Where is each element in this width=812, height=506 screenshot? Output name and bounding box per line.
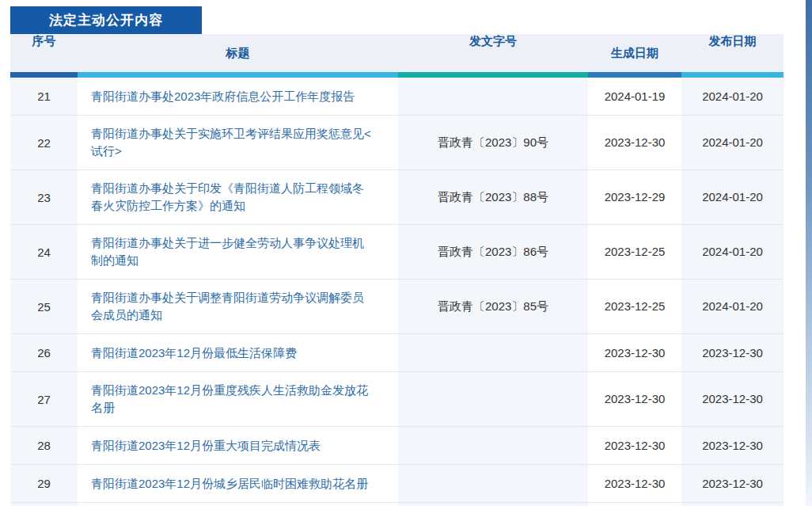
- created-date: 2023-12-30: [605, 475, 666, 493]
- created-date: 2023-12-25: [605, 298, 666, 315]
- published-date-cell: [681, 503, 784, 506]
- created-date-cell: 2023-12-30: [588, 428, 681, 464]
- created-date-cell: 2023-12-25: [588, 234, 681, 270]
- created-date: 2023-12-30: [605, 390, 666, 408]
- title-cell: 青阳街道2023年12月份城乡居民临时困难救助花名册: [78, 466, 398, 502]
- row-index: 27: [10, 372, 78, 426]
- published-date: 2023-12-30: [702, 344, 763, 362]
- doc-number-cell: [398, 427, 588, 464]
- created-date-cell: 2023-12-30: [588, 381, 681, 417]
- published-date-cell: 2023-12-30: [681, 334, 784, 371]
- title-cell: 青阳街道办事处2023年政府信息公开工作年度报告: [78, 78, 398, 115]
- doc-number-cell: [398, 503, 588, 506]
- published-date-cell: 2024-01-20: [681, 280, 784, 333]
- created-date-cell: 2023-12-30: [588, 335, 681, 371]
- published-date-cell: 2024-01-20: [681, 116, 784, 169]
- title-link[interactable]: 青阳街道办事处关于调整青阳街道劳动争议调解委员会成员的通知: [91, 289, 373, 324]
- title-link[interactable]: 青阳街道办事处2023年政府信息公开工作年度报告: [91, 88, 355, 105]
- doc-number: 晋政青〔2023〕86号: [438, 243, 548, 261]
- row-index: 25: [10, 280, 78, 333]
- created-date-cell: 2023-12-29: [588, 179, 681, 215]
- doc-number-cell: 晋政青〔2023〕86号: [398, 225, 588, 279]
- published-date: 2024-01-20: [702, 188, 763, 206]
- column-header-published-date: 发布日期: [681, 34, 784, 72]
- title-link[interactable]: 青阳街道办事处关于印发《青阳街道人防工程领域冬春火灾防控工作方案》的通知: [91, 180, 373, 215]
- title-link[interactable]: 青阳街道办事处关于实施环卫考评结果应用奖惩意见<试行>: [91, 125, 373, 160]
- created-date: 2024-01-19: [605, 88, 666, 105]
- section-tab-label: 法定主动公开内容: [49, 11, 163, 29]
- published-date: 2023-12-30: [702, 475, 763, 493]
- doc-number-cell: [398, 78, 588, 115]
- doc-number-cell: [398, 334, 588, 371]
- published-date-cell: 2023-12-30: [681, 465, 784, 502]
- title-link[interactable]: 青阳街道2023年12月份城乡居民临时困难救助花名册: [91, 475, 368, 493]
- accent-segment-doc-number: [398, 72, 588, 78]
- doc-number-cell: 晋政青〔2023〕90号: [398, 116, 588, 169]
- table-row: 28 青阳街道2023年12月份重大项目完成情况表 2023-12-30 202…: [10, 427, 784, 465]
- table-row: 27 青阳街道2023年12月份重度残疾人生活救助金发放花名册 2023-12-…: [10, 372, 784, 427]
- published-date-cell: 2023-12-30: [681, 427, 784, 464]
- created-date: 2023-12-29: [605, 188, 666, 206]
- title-link[interactable]: 青阳街道办事处关于进一步健全劳动人事争议处理机制的通知: [91, 234, 373, 269]
- column-header-doc-number: 发文字号: [398, 34, 588, 72]
- table-header-row: 序号 标题 发文字号 生成日期 发布日期: [10, 34, 784, 72]
- row-index: 24: [10, 225, 78, 279]
- column-header-created-date: 生成日期: [588, 46, 681, 61]
- published-date-cell: 2023-12-30: [681, 372, 784, 426]
- page: 法定主动公开内容 序号 标题 发文字号 生成日期 发布日期 21 青阳街道办事处…: [0, 0, 812, 506]
- table-row: 21 青阳街道办事处2023年政府信息公开工作年度报告 2024-01-19 2…: [10, 78, 784, 116]
- column-header-title: 标题: [78, 46, 398, 61]
- doc-number-cell: 晋政青〔2023〕85号: [398, 280, 588, 333]
- table-row: 29 青阳街道2023年12月份城乡居民临时困难救助花名册 2023-12-30…: [10, 465, 784, 503]
- section-tab[interactable]: 法定主动公开内容: [10, 6, 202, 34]
- doc-number: 晋政青〔2023〕85号: [438, 298, 548, 315]
- created-date: 2023-12-30: [605, 134, 666, 151]
- scrollbar[interactable]: [806, 0, 812, 506]
- created-date: 2023-12-30: [605, 344, 666, 362]
- created-date: 2023-12-30: [605, 437, 666, 455]
- title-cell: 青阳街道办事处关于实施环卫考评结果应用奖惩意见<试行>: [78, 116, 398, 169]
- doc-number-cell: 晋政青〔2023〕88号: [398, 170, 588, 224]
- title-cell: 青阳街道办事处关于印发《青阳街道人防工程领域冬春火灾防控工作方案》的通知: [78, 170, 398, 224]
- row-index: [10, 503, 78, 506]
- table-row: [10, 503, 784, 506]
- row-index: 21: [10, 78, 78, 115]
- accent-segment-created-date: [588, 72, 681, 78]
- title-cell: 青阳街道2023年12月份重度残疾人生活救助金发放花名册: [78, 372, 398, 426]
- title-cell: 青阳街道2023年12月份最低生活保障费: [78, 335, 398, 371]
- created-date-cell: 2024-01-19: [588, 78, 681, 115]
- published-date: 2024-01-20: [702, 243, 763, 261]
- doc-number: 晋政青〔2023〕88号: [438, 188, 548, 206]
- published-date: 2023-12-30: [702, 437, 763, 455]
- title-cell: 青阳街道办事处关于进一步健全劳动人事争议处理机制的通知: [78, 225, 398, 279]
- table-row: 24 青阳街道办事处关于进一步健全劳动人事争议处理机制的通知 晋政青〔2023〕…: [10, 225, 784, 280]
- created-date-cell: 2023-12-25: [588, 288, 681, 325]
- table-row: 22 青阳街道办事处关于实施环卫考评结果应用奖惩意见<试行> 晋政青〔2023〕…: [10, 116, 784, 170]
- published-date: 2024-01-20: [702, 88, 763, 105]
- table-body: 21 青阳街道办事处2023年政府信息公开工作年度报告 2024-01-19 2…: [10, 78, 784, 506]
- row-index: 26: [10, 334, 78, 371]
- published-date-cell: 2024-01-20: [681, 225, 784, 279]
- created-date-cell: 2023-12-30: [588, 466, 681, 502]
- created-date-cell: 2023-12-30: [588, 124, 681, 161]
- table-row: 23 青阳街道办事处关于印发《青阳街道人防工程领域冬春火灾防控工作方案》的通知 …: [10, 170, 784, 225]
- table-row: 25 青阳街道办事处关于调整青阳街道劳动争议调解委员会成员的通知 晋政青〔202…: [10, 280, 784, 334]
- row-index: 28: [10, 427, 78, 464]
- row-index: 23: [10, 170, 78, 224]
- title-link[interactable]: 青阳街道2023年12月份重度残疾人生活救助金发放花名册: [91, 382, 373, 417]
- doc-number-cell: [398, 465, 588, 502]
- row-index: 29: [10, 465, 78, 502]
- title-link[interactable]: 青阳街道2023年12月份最低生活保障费: [91, 344, 297, 362]
- created-date: 2023-12-25: [605, 243, 666, 261]
- header-accent-bar: [10, 72, 784, 78]
- accent-segment-index: [10, 72, 78, 78]
- published-date: 2023-12-30: [702, 390, 763, 408]
- title-link[interactable]: 青阳街道2023年12月份重大项目完成情况表: [91, 437, 321, 455]
- doc-number: 晋政青〔2023〕90号: [438, 134, 548, 151]
- disclosure-table: 序号 标题 发文字号 生成日期 发布日期 21 青阳街道办事处2023年政府信息…: [10, 34, 784, 506]
- title-cell: 青阳街道办事处关于调整青阳街道劳动争议调解委员会成员的通知: [78, 280, 398, 333]
- published-date: 2024-01-20: [702, 298, 763, 315]
- published-date: 2024-01-20: [702, 134, 763, 151]
- accent-segment-title: [78, 72, 398, 78]
- table-row: 26 青阳街道2023年12月份最低生活保障费 2023-12-30 2023-…: [10, 334, 784, 372]
